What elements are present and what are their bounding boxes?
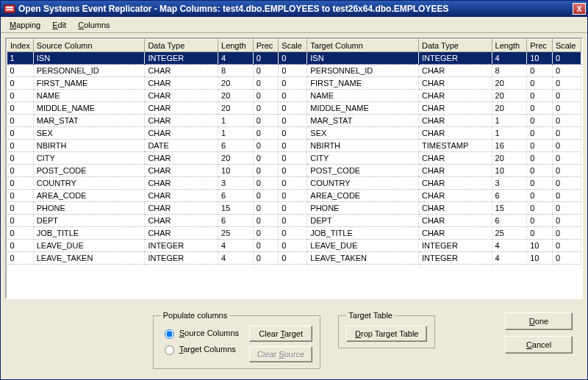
cell-slen[interactable]: 20 xyxy=(218,102,254,115)
cell-tcol[interactable]: POST_CODE xyxy=(307,165,419,177)
cell-scol[interactable]: AREA_CODE xyxy=(33,190,145,202)
cell-tlen[interactable]: 4 xyxy=(492,52,527,65)
cell-tprec[interactable]: 0 xyxy=(527,127,553,140)
cell-tprec[interactable]: 0 xyxy=(527,177,553,190)
radio-target-columns-label[interactable]: Target Columns xyxy=(179,345,236,354)
cell-tscale[interactable]: 0 xyxy=(552,227,581,240)
cell-scol[interactable]: JOB_TITLE xyxy=(33,227,145,240)
cell-index[interactable]: 0 xyxy=(7,190,34,202)
cell-tdt[interactable]: INTEGER xyxy=(418,52,492,65)
cell-sdt[interactable]: CHAR xyxy=(145,65,218,77)
cell-sscale[interactable]: 0 xyxy=(279,52,307,65)
cell-tlen[interactable]: 20 xyxy=(492,102,527,115)
cell-sscale[interactable]: 0 xyxy=(279,127,307,140)
cell-index[interactable]: 0 xyxy=(7,152,34,165)
cell-tcol[interactable]: JOB_TITLE xyxy=(307,227,419,240)
cell-sscale[interactable]: 0 xyxy=(279,240,307,252)
cell-scol[interactable]: COUNTRY xyxy=(33,177,145,190)
cell-sdt[interactable]: CHAR xyxy=(145,202,218,215)
cell-scol[interactable]: PHONE xyxy=(33,202,145,215)
cell-tprec[interactable]: 0 xyxy=(527,140,553,152)
cell-sdt[interactable]: CHAR xyxy=(145,77,218,90)
cell-tscale[interactable]: 0 xyxy=(552,127,581,140)
cell-tprec[interactable]: 0 xyxy=(527,152,553,165)
drop-target-table-button[interactable]: Drop Target Table xyxy=(346,326,427,342)
menu-edit[interactable]: Edit xyxy=(46,19,72,31)
cell-tscale[interactable]: 0 xyxy=(552,115,581,127)
cell-tlen[interactable]: 10 xyxy=(492,165,527,177)
cell-index[interactable]: 0 xyxy=(7,177,34,190)
cell-sdt[interactable]: CHAR xyxy=(145,115,218,127)
titlebar[interactable]: Open Systems Event Replicator - Map Colu… xyxy=(1,1,587,17)
cell-tdt[interactable]: INTEGER xyxy=(418,252,492,265)
table-row[interactable]: 0DEPTCHAR600DEPTCHAR600 xyxy=(7,215,581,227)
cell-tdt[interactable]: CHAR xyxy=(418,202,492,215)
cell-scol[interactable]: ISN xyxy=(33,52,145,65)
cell-tlen[interactable]: 20 xyxy=(492,77,527,90)
cell-tcol[interactable]: PHONE xyxy=(307,202,419,215)
cell-tdt[interactable]: CHAR xyxy=(418,190,492,202)
cell-tcol[interactable]: MIDDLE_NAME xyxy=(307,102,419,115)
table-row[interactable]: 0SEXCHAR100SEXCHAR100 xyxy=(7,127,581,140)
grid-header-row[interactable]: Index Source Column Data Type Length Pre… xyxy=(7,40,581,52)
cell-sscale[interactable]: 0 xyxy=(279,215,307,227)
menu-columns[interactable]: Columns xyxy=(72,19,115,31)
cell-tcol[interactable]: AREA_CODE xyxy=(307,190,419,202)
cell-sscale[interactable]: 0 xyxy=(279,115,307,127)
table-row[interactable]: 0MAR_STATCHAR100MAR_STATCHAR100 xyxy=(7,115,581,127)
cell-slen[interactable]: 20 xyxy=(218,152,254,165)
table-row[interactable]: 0LEAVE_TAKENINTEGER400LEAVE_TAKENINTEGER… xyxy=(7,252,581,265)
cell-slen[interactable]: 4 xyxy=(218,240,254,252)
cell-index[interactable]: 0 xyxy=(7,90,34,102)
cell-sprec[interactable]: 0 xyxy=(253,202,279,215)
cell-sprec[interactable]: 0 xyxy=(253,240,279,252)
header-index[interactable]: Index xyxy=(7,40,34,52)
radio-source-columns-label[interactable]: Source Columns xyxy=(179,329,239,337)
cell-sprec[interactable]: 0 xyxy=(253,190,279,202)
cell-sprec[interactable]: 0 xyxy=(253,127,279,140)
header-source-length[interactable]: Length xyxy=(218,40,254,52)
cell-tdt[interactable]: CHAR xyxy=(418,127,492,140)
cell-slen[interactable]: 6 xyxy=(218,215,254,227)
cell-slen[interactable]: 1 xyxy=(218,127,254,140)
cell-scol[interactable]: CITY xyxy=(33,152,145,165)
cell-tdt[interactable]: INTEGER xyxy=(418,240,492,252)
cell-tprec[interactable]: 0 xyxy=(527,90,553,102)
cell-slen[interactable]: 15 xyxy=(218,202,254,215)
cell-tcol[interactable]: DEPT xyxy=(307,215,419,227)
table-row[interactable]: 0NAMECHAR2000NAMECHAR2000 xyxy=(7,90,581,102)
cell-tscale[interactable]: 0 xyxy=(552,165,581,177)
cell-tcol[interactable]: COUNTRY xyxy=(307,177,419,190)
cell-tcol[interactable]: CITY xyxy=(307,152,419,165)
table-row[interactable]: 0FIRST_NAMECHAR2000FIRST_NAMECHAR2000 xyxy=(7,77,581,90)
cell-sdt[interactable]: CHAR xyxy=(145,177,218,190)
cell-sprec[interactable]: 0 xyxy=(253,140,279,152)
cell-tscale[interactable]: 0 xyxy=(552,190,581,202)
table-row[interactable]: 0MIDDLE_NAMECHAR2000MIDDLE_NAMECHAR2000 xyxy=(7,102,581,115)
cell-tscale[interactable]: 0 xyxy=(552,140,581,152)
cell-slen[interactable]: 6 xyxy=(218,140,254,152)
cell-tscale[interactable]: 0 xyxy=(552,240,581,252)
cell-tdt[interactable]: CHAR xyxy=(418,177,492,190)
table-row[interactable]: 1ISNINTEGER400ISNINTEGER4100 xyxy=(7,52,581,65)
cell-sprec[interactable]: 0 xyxy=(253,152,279,165)
cell-tscale[interactable]: 0 xyxy=(552,152,581,165)
cell-slen[interactable]: 4 xyxy=(218,252,254,265)
cell-tlen[interactable]: 1 xyxy=(492,127,527,140)
cell-tlen[interactable]: 3 xyxy=(492,177,527,190)
cell-tlen[interactable]: 20 xyxy=(492,152,527,165)
cell-index[interactable]: 0 xyxy=(7,115,34,127)
cell-sscale[interactable]: 0 xyxy=(279,252,307,265)
cell-scol[interactable]: LEAVE_TAKEN xyxy=(33,252,145,265)
cell-sdt[interactable]: CHAR xyxy=(145,165,218,177)
done-button[interactable]: Done xyxy=(505,312,573,330)
cell-scol[interactable]: POST_CODE xyxy=(33,165,145,177)
table-row[interactable]: 0NBIRTHDATE600NBIRTHTIMESTAMP1600 xyxy=(7,140,581,152)
cell-tcol[interactable]: ISN xyxy=(307,52,419,65)
table-row[interactable]: 0COUNTRYCHAR300COUNTRYCHAR300 xyxy=(7,177,581,190)
cell-sscale[interactable]: 0 xyxy=(279,190,307,202)
cell-sscale[interactable]: 0 xyxy=(279,77,307,90)
cell-tdt[interactable]: TIMESTAMP xyxy=(418,140,492,152)
header-target-length[interactable]: Length xyxy=(492,40,527,52)
cell-tprec[interactable]: 0 xyxy=(527,227,553,240)
